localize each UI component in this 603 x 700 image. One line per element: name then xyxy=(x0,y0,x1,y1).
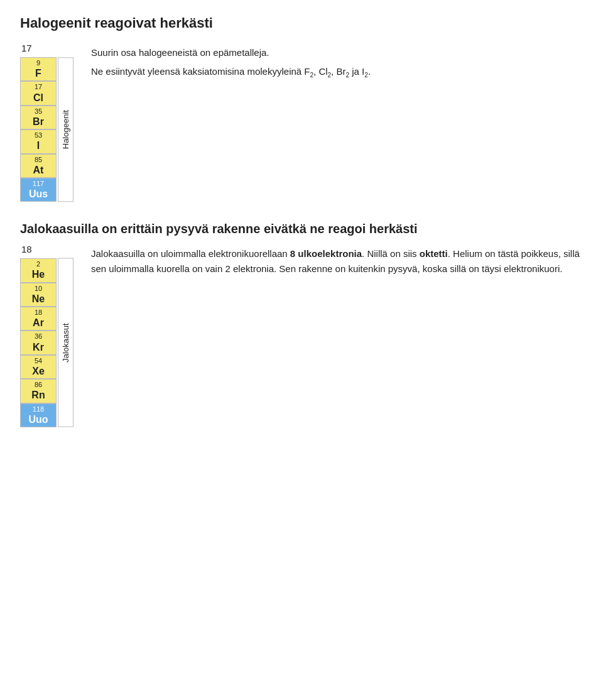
noble-element-list: 2 He 10 Ne 18 Ar 36 Kr xyxy=(20,258,58,427)
element-He: 2 He xyxy=(20,258,57,282)
noble-side-label: Jalokaasut xyxy=(58,258,73,427)
halogen-element-list: 9 F 17 Cl 35 Br 53 I xyxy=(20,57,58,202)
element-Cl-num: 17 xyxy=(35,83,42,91)
noble-text-block: Jalokaasuilla on uloimmalla elektronikuo… xyxy=(91,244,583,280)
halogen-text-block: Suurin osa halogeeneistä on epämetalleja… xyxy=(91,43,583,84)
element-At: 85 At xyxy=(20,154,57,178)
element-Cl-symbol: Cl xyxy=(33,92,43,104)
halogen-text1: Suurin osa halogeeneistä on epämetalleja… xyxy=(91,45,583,60)
noble-text1: Jalokaasuilla on uloimmalla elektronikuo… xyxy=(91,246,583,276)
halogen-side-label: Halogeenit xyxy=(58,57,73,202)
element-Xe-num: 54 xyxy=(35,357,42,365)
element-Ne: 10 Ne xyxy=(20,283,57,307)
halogen-section: 17 9 F 17 Cl 35 Br xyxy=(20,43,583,202)
halogen-group-number: 17 xyxy=(21,43,32,53)
element-He-symbol: He xyxy=(32,268,45,280)
element-Br: 35 Br xyxy=(20,106,57,129)
element-Kr-symbol: Kr xyxy=(33,341,44,353)
element-I-num: 53 xyxy=(35,131,42,139)
element-Uuo: 118 Uuo xyxy=(20,403,57,427)
element-He-num: 2 xyxy=(36,260,40,268)
element-F: 9 F xyxy=(20,57,57,81)
noble-elements-and-label: 2 He 10 Ne 18 Ar 36 Kr xyxy=(20,258,73,427)
element-I: 53 I xyxy=(20,129,57,153)
element-Ne-symbol: Ne xyxy=(32,293,45,305)
element-Br-symbol: Br xyxy=(33,116,44,128)
element-At-num: 85 xyxy=(35,156,42,164)
element-Kr: 36 Kr xyxy=(20,331,57,354)
element-At-symbol: At xyxy=(33,164,44,176)
halogen-text2: Ne esiintyvät yleensä kaksiatomisina mol… xyxy=(91,64,583,80)
noble-section: 18 2 He 10 Ne 18 Ar xyxy=(20,244,583,427)
element-F-num: 9 xyxy=(36,59,40,67)
element-Xe: 54 Xe xyxy=(20,355,57,379)
halogen-elements-and-label: 9 F 17 Cl 35 Br 53 I xyxy=(20,57,73,202)
element-Uus-symbol: Uus xyxy=(29,188,48,200)
element-I-symbol: I xyxy=(37,139,40,151)
noble-group-number: 18 xyxy=(21,244,32,254)
element-Kr-num: 36 xyxy=(35,332,42,341)
element-Xe-symbol: Xe xyxy=(32,365,45,377)
element-Ar-num: 18 xyxy=(35,309,42,317)
element-Rn: 86 Rn xyxy=(20,379,57,403)
element-Rn-num: 86 xyxy=(35,381,42,389)
element-Uuo-num: 118 xyxy=(33,405,44,413)
halogen-heading: Halogeenit reagoivat herkästi xyxy=(20,15,583,31)
element-Uus-num: 117 xyxy=(33,180,44,188)
element-Br-num: 35 xyxy=(35,107,42,116)
noble-heading: Jalokaasuilla on erittäin pysyvä rakenne… xyxy=(20,222,583,236)
element-Ar-symbol: Ar xyxy=(33,317,44,329)
element-Ne-num: 10 xyxy=(35,285,42,293)
element-Ar: 18 Ar xyxy=(20,307,57,331)
element-Rn-symbol: Rn xyxy=(31,389,45,401)
element-Uuo-symbol: Uuo xyxy=(28,413,48,425)
element-Uus: 117 Uus xyxy=(20,178,57,202)
element-F-symbol: F xyxy=(35,67,41,79)
element-Cl: 17 Cl xyxy=(20,81,57,105)
